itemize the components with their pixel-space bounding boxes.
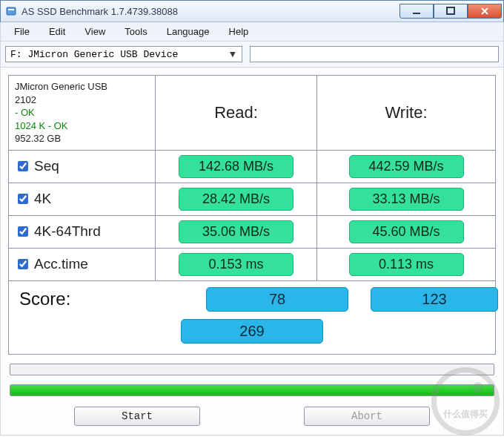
drive-select-value: F: JMicron Generic USB Device: [10, 49, 178, 60]
score-label: Score:: [15, 289, 162, 309]
device-info-cell: JMicron Generic USB 2102 - OK 1024 K - O…: [9, 76, 156, 150]
label-4k: 4K: [34, 191, 51, 207]
header-read: Read:: [156, 76, 317, 150]
score-write: 123: [371, 287, 498, 312]
seq-read: 142.68 MB/s: [179, 155, 294, 178]
header-write: Write:: [317, 76, 495, 150]
menu-edit[interactable]: Edit: [40, 24, 74, 39]
svg-rect-3: [447, 7, 454, 14]
score-area: Score: 78 123 269: [9, 281, 495, 354]
device-name: JMicron Generic USB: [15, 81, 107, 92]
check-4k[interactable]: [18, 194, 28, 204]
check-acc[interactable]: [18, 259, 28, 269]
menu-tools[interactable]: Tools: [116, 24, 156, 39]
window-buttons: [399, 4, 502, 19]
acc-read: 0.153 ms: [179, 253, 294, 276]
svg-rect-1: [8, 9, 14, 10]
progress-test: [10, 364, 494, 375]
menu-help[interactable]: Help: [220, 24, 258, 39]
button-row: Start Abort: [8, 407, 496, 426]
4k-read: 28.42 MB/s: [179, 188, 294, 211]
4k64-write: 45.60 MB/s: [349, 220, 464, 243]
svg-rect-2: [413, 13, 420, 14]
path-input[interactable]: [250, 46, 499, 62]
device-status1: - OK: [15, 107, 35, 118]
row-4k64: 4K-64Thrd 35.06 MB/s 45.60 MB/s: [9, 216, 495, 249]
device-model: 2102: [15, 94, 36, 105]
menubar: File Edit View Tools Language Help: [0, 22, 504, 42]
score-total: 269: [181, 319, 323, 344]
label-seq: Seq: [34, 158, 59, 174]
svg-rect-0: [7, 7, 16, 15]
seq-write: 442.59 MB/s: [349, 155, 464, 178]
menu-view[interactable]: View: [76, 24, 114, 39]
score-read: 78: [206, 287, 348, 312]
chevron-down-icon: ▼: [227, 49, 239, 60]
check-4k64[interactable]: [18, 226, 28, 237]
menu-language[interactable]: Language: [158, 24, 219, 39]
close-button[interactable]: [468, 4, 502, 19]
drive-select[interactable]: F: JMicron Generic USB Device ▼: [5, 46, 242, 62]
progress-overall: [10, 384, 494, 396]
start-button[interactable]: Start: [74, 407, 200, 426]
label-4k64: 4K-64Thrd: [34, 223, 101, 240]
device-status2: 1024 K - OK: [15, 120, 68, 131]
row-4k: 4K 28.42 MB/s 33.13 MB/s: [9, 183, 495, 216]
results-grid: JMicron Generic USB 2102 - OK 1024 K - O…: [8, 75, 496, 355]
row-acc: Acc.time 0.153 ms 0.113 ms: [9, 249, 495, 281]
content-area: JMicron Generic USB 2102 - OK 1024 K - O…: [0, 68, 504, 436]
device-capacity: 952.32 GB: [15, 133, 61, 144]
row-seq: Seq 142.68 MB/s 442.59 MB/s: [9, 151, 495, 183]
app-icon: [5, 5, 17, 17]
abort-button[interactable]: Abort: [304, 407, 430, 426]
4k-write: 33.13 MB/s: [349, 188, 464, 211]
acc-write: 0.113 ms: [349, 253, 464, 276]
header-row: JMicron Generic USB 2102 - OK 1024 K - O…: [9, 76, 495, 151]
menu-file[interactable]: File: [5, 24, 39, 39]
minimize-button[interactable]: [399, 4, 434, 19]
label-acc: Acc.time: [34, 256, 88, 272]
titlebar: AS SSD Benchmark 1.7.4739.38088: [0, 0, 504, 22]
4k64-read: 35.06 MB/s: [179, 220, 294, 243]
drive-row: F: JMicron Generic USB Device ▼: [0, 42, 504, 68]
check-seq[interactable]: [18, 161, 28, 171]
maximize-button[interactable]: [434, 4, 468, 19]
window-title: AS SSD Benchmark 1.7.4739.38088: [21, 6, 399, 17]
